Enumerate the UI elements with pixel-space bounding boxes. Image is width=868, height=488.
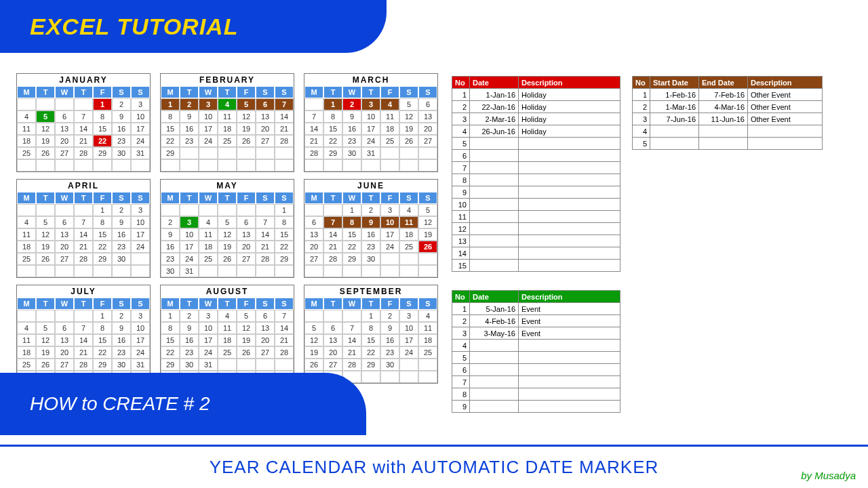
table-cell: 2 [633, 101, 650, 113]
date-cell: 4 [218, 98, 237, 110]
table-cell [519, 235, 620, 247]
date-cell: 11 [399, 216, 418, 228]
table-cell [470, 223, 519, 235]
table-cell [650, 125, 699, 138]
date-cell [199, 265, 218, 277]
month-september: SEPTEMBERMTWTFSS123456789101112131415161… [304, 285, 438, 384]
day-of-week-header: S [256, 192, 275, 204]
table-cell: Holiday [519, 113, 620, 125]
table-header: Start Date [650, 77, 699, 89]
date-cell: 20 [237, 241, 256, 253]
date-cell: 15 [275, 228, 294, 241]
date-cell: 7 [304, 110, 323, 123]
table-cell: 9 [452, 186, 470, 199]
table-row: 222-Jan-16Holiday [452, 101, 620, 113]
table-row: 10 [452, 199, 620, 211]
date-cell: 23 [342, 135, 361, 147]
table-row: 32-Mar-16Holiday [452, 113, 620, 125]
date-cell: 7 [342, 322, 361, 334]
day-of-week-header: T [74, 86, 93, 98]
date-cell: 9 [112, 110, 131, 123]
table-row: 11 [452, 211, 620, 223]
date-cell [218, 147, 237, 159]
date-cell: 6 [418, 98, 437, 110]
table-cell: 3-May-16 [470, 327, 519, 340]
date-cell: 2 [342, 98, 361, 110]
day-of-week-header: T [323, 192, 342, 204]
date-cell: 6 [256, 310, 275, 322]
day-of-week-header: S [275, 192, 294, 204]
date-cell [418, 265, 437, 277]
date-cell [131, 253, 150, 265]
table-cell: 7 [452, 162, 470, 174]
day-of-week-header: F [237, 298, 256, 310]
date-cell: 5 [418, 204, 437, 216]
month-march: MARCHMTWTFSS1234567891011121314151617181… [304, 73, 438, 172]
date-cell: 12 [304, 334, 323, 346]
day-of-week-header: T [180, 298, 199, 310]
date-cell: 23 [112, 135, 131, 147]
date-cell: 1 [361, 310, 380, 322]
day-of-week-header: S [112, 192, 131, 204]
table-cell [519, 174, 620, 186]
date-cell: 1 [93, 310, 112, 322]
date-cell: 12 [218, 228, 237, 241]
date-cell: 22 [361, 346, 380, 359]
date-cell: 21 [74, 241, 93, 253]
date-cell: 5 [237, 310, 256, 322]
month-title: APRIL [17, 180, 150, 192]
date-cell: 25 [17, 147, 36, 159]
date-cell: 18 [380, 123, 399, 135]
date-cell: 29 [275, 253, 294, 265]
table-cell [748, 138, 823, 150]
date-cell: 2 [161, 216, 180, 228]
date-cell [36, 265, 55, 277]
date-cell: 3 [399, 310, 418, 322]
table-cell [470, 211, 519, 223]
day-of-week-header: M [304, 192, 323, 204]
date-cell: 25 [380, 135, 399, 147]
date-cell: 21 [304, 135, 323, 147]
date-cell [74, 310, 93, 322]
table-row: 9 [452, 186, 620, 199]
date-cell: 24 [399, 346, 418, 359]
table-row: 13 [452, 235, 620, 247]
date-cell: 10 [361, 110, 380, 123]
date-cell: 2 [180, 310, 199, 322]
date-cell: 16 [380, 334, 399, 346]
date-cell: 23 [112, 241, 131, 253]
day-of-week-header: M [17, 298, 36, 310]
table-cell: 1-Jan-16 [470, 89, 519, 101]
date-cell [161, 159, 180, 171]
date-cell: 26 [36, 359, 55, 371]
date-cell: 8 [93, 110, 112, 123]
table-cell: Holiday [519, 89, 620, 101]
date-cell [361, 371, 380, 383]
day-of-week-header: S [131, 192, 150, 204]
table-header: Date [470, 291, 519, 303]
month-title: JANUARY [17, 74, 150, 86]
mid-banner: HOW to CREATE # 2 [0, 373, 366, 435]
date-cell: 11 [380, 110, 399, 123]
date-cell: 27 [304, 253, 323, 265]
day-of-week-header: S [131, 298, 150, 310]
date-cell: 18 [418, 334, 437, 346]
date-cell: 15 [323, 123, 342, 135]
table-row: 7 [452, 376, 620, 388]
table-row: 5 [452, 138, 620, 150]
table-cell: 4 [452, 125, 470, 138]
date-cell [36, 159, 55, 171]
date-cell: 16 [112, 228, 131, 241]
date-cell [256, 159, 275, 171]
month-title: SEPTEMBER [304, 285, 437, 298]
date-cell [237, 265, 256, 277]
month-april: APRILMTWTFSS1234567891011121314151617181… [16, 179, 151, 278]
date-cell: 19 [218, 241, 237, 253]
table-row: 426-Jun-16Holiday [452, 125, 620, 138]
date-cell: 16 [112, 123, 131, 135]
date-cell [418, 159, 437, 171]
date-cell [380, 371, 399, 383]
date-cell: 7 [256, 216, 275, 228]
table-cell: Event [519, 315, 620, 327]
date-cell: 9 [380, 322, 399, 334]
